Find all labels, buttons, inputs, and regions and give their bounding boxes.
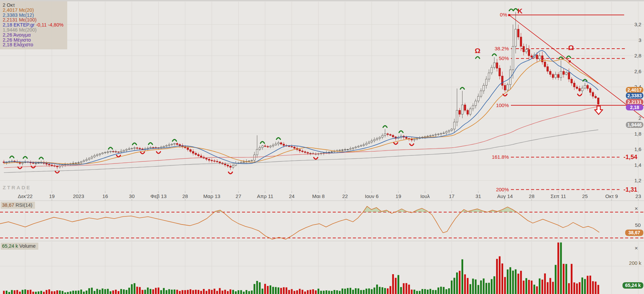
- volume-bar: [408, 285, 410, 294]
- trading-chart-window: 0%38.2%50%100%161.8%-1,54200%-1,31KΩΩΔεκ…: [0, 0, 644, 294]
- candle: [493, 63, 495, 67]
- volume-bar: [46, 290, 47, 294]
- candle: [142, 149, 143, 149]
- volume-bar: [517, 274, 519, 294]
- volume-bar: [419, 291, 420, 294]
- volume-bar: [261, 289, 263, 294]
- candle: [536, 55, 538, 59]
- pattern-letter-annotation: K: [517, 7, 522, 15]
- volume-bar: [291, 289, 292, 294]
- candle: [19, 163, 21, 163]
- legend-ma12: 2,3383 Με(12): [3, 13, 65, 18]
- y-tick-label: 1,6: [634, 146, 641, 152]
- candle: [232, 165, 234, 167]
- candle: [384, 134, 386, 136]
- volume-bar: [22, 290, 23, 294]
- volume-bar: [224, 290, 226, 294]
- candle: [560, 71, 562, 78]
- rsi-50-label: 50: [635, 222, 641, 228]
- volume-bar: [363, 290, 365, 294]
- candle: [240, 162, 242, 163]
- candle: [78, 163, 79, 163]
- rsi-close-button[interactable]: ×: [633, 205, 640, 213]
- candle: [51, 165, 53, 166]
- volume-bar: [325, 290, 327, 294]
- volume-bar: [179, 291, 180, 294]
- volume-bar: [115, 290, 117, 294]
- fractal-down-icon: [410, 144, 414, 146]
- volume-bar: [533, 285, 535, 294]
- volume-bar: [184, 290, 186, 294]
- volume-close-button[interactable]: ×: [633, 245, 640, 252]
- candle: [531, 56, 532, 57]
- candle: [264, 146, 266, 147]
- volume-bar: [475, 280, 477, 294]
- volume-bar: [86, 291, 87, 294]
- candle: [213, 161, 215, 161]
- candle: [427, 136, 429, 137]
- volume-bar: [318, 289, 319, 294]
- legend-symbol: 2,18 EKTEP.gr: [3, 22, 35, 28]
- fractal-down-icon: [229, 172, 233, 174]
- volume-bar: [496, 259, 498, 294]
- volume-bar: [280, 288, 282, 294]
- volume-bar: [216, 291, 218, 294]
- volume-bar: [288, 290, 290, 294]
- candle: [187, 148, 189, 149]
- quote-legend: 2 Οκτ 2,4017 Με(20) 2,3383 Με(12) 2,2131…: [0, 1, 67, 49]
- candle: [496, 63, 498, 68]
- candle: [573, 83, 575, 87]
- candle: [352, 148, 354, 148]
- volume-bar: [333, 290, 335, 294]
- volume-bar: [256, 281, 258, 294]
- candle: [168, 145, 170, 145]
- volume-bar: [102, 289, 103, 294]
- volume-bar: [203, 289, 205, 294]
- x-tick-label: Φεβ 13: [150, 193, 166, 199]
- volume-bar: [163, 288, 165, 294]
- volume-bar: [219, 288, 220, 294]
- volume-bar: [520, 271, 522, 294]
- rsi-value: 38,67: [2, 202, 14, 208]
- x-tick-label: Απρ 11: [257, 193, 273, 199]
- candle: [56, 166, 58, 167]
- pattern-letter-annotation: Ω: [475, 47, 481, 54]
- candle: [22, 163, 23, 163]
- volume-bar: [118, 291, 119, 294]
- volume-bar: [56, 290, 58, 294]
- candle: [126, 149, 127, 150]
- volume-bar: [485, 283, 487, 294]
- volume-bar: [451, 281, 452, 294]
- candle: [38, 163, 39, 163]
- candle: [445, 132, 447, 133]
- candle: [480, 91, 482, 96]
- fib-target-price-label: -1,54: [623, 154, 637, 160]
- volume-bar: [187, 290, 189, 294]
- volume-bar: [355, 288, 357, 294]
- volume-bar: [51, 291, 53, 294]
- x-tick-label: Οκτ 9: [605, 193, 618, 199]
- volume-bar: [510, 267, 511, 294]
- legend-open: 2,26 Άνοιγμα: [3, 33, 65, 38]
- volume-bar: [331, 291, 332, 294]
- chart-canvas[interactable]: 0%38.2%50%100%161.8%-1,54200%-1,31KΩΩΔεκ…: [0, 0, 644, 294]
- candle: [147, 148, 149, 149]
- volume-bar: [438, 288, 439, 294]
- x-tick-label: 24: [289, 193, 295, 199]
- volume-bar: [430, 289, 431, 294]
- volume-bar: [581, 278, 583, 294]
- candle: [597, 98, 599, 104]
- candle: [507, 85, 509, 90]
- fractal-up-icon: [109, 147, 113, 149]
- volume-bar: [75, 291, 77, 294]
- volume-bar: [160, 290, 162, 294]
- volume-bar: [64, 292, 66, 294]
- volume-bar: [72, 291, 74, 294]
- volume-bar: [104, 289, 106, 294]
- volume-bar: [91, 288, 93, 294]
- volume-bar: [384, 288, 386, 294]
- legend-change: -0,11 -4,80%: [36, 22, 64, 28]
- volume-bar: [584, 279, 586, 294]
- volume-bar: [128, 288, 130, 294]
- volume-bar: [413, 290, 415, 294]
